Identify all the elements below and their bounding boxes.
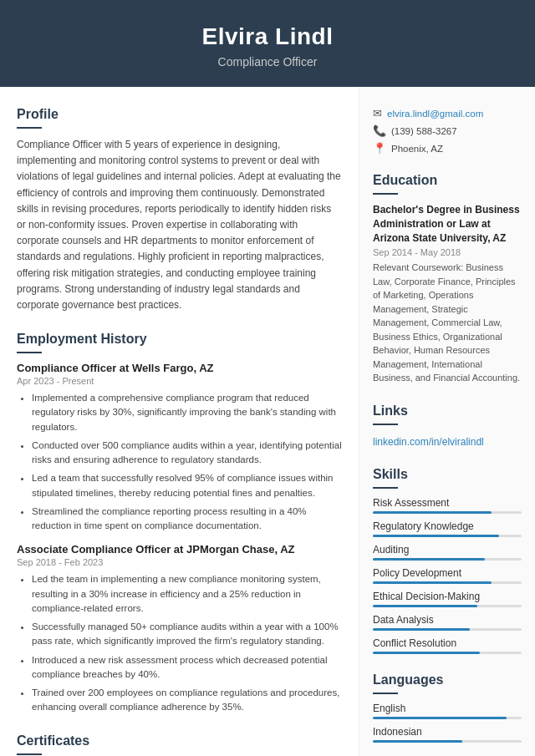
skill-item-4: Ethical Decision-Making — [373, 591, 522, 607]
profile-text: Compliance Officer with 5 years of exper… — [17, 137, 342, 313]
skill-bar-bg-1 — [373, 535, 522, 537]
links-divider — [373, 424, 398, 425]
skill-bar-fill-6 — [373, 652, 480, 654]
job-2-bullet-1: Led the team in implementing a new compl… — [32, 572, 342, 616]
edu-coursework: Relevant Coursework: Business Law, Corpo… — [373, 261, 522, 385]
lang-bar-bg-1 — [373, 740, 522, 743]
skill-bar-fill-0 — [373, 511, 492, 514]
job-1-bullet-2: Conducted over 500 compliance audits wit… — [32, 439, 342, 468]
resume-body: Profile Compliance Officer with 5 years … — [0, 87, 535, 756]
resume-container: Elvira Lindl Compliance Officer Profile … — [0, 0, 535, 756]
resume-header: Elvira Lindl Compliance Officer — [0, 0, 535, 87]
lang-bar-bg-0 — [373, 717, 522, 719]
skill-item-5: Data Analysis — [373, 614, 522, 631]
certificates-divider — [17, 753, 42, 755]
profile-divider — [17, 127, 42, 129]
skill-name-0: Risk Assessment — [373, 497, 522, 509]
skill-bar-fill-1 — [373, 535, 499, 537]
contact-location: 📍 Phoenix, AZ — [373, 142, 522, 155]
employment-title: Employment History — [17, 332, 342, 347]
skill-item-1: Regulatory Knowledge — [373, 520, 522, 537]
languages-section: Languages English Indonesian — [373, 672, 522, 743]
job-2-bullet-3: Introduced a new risk assessment process… — [32, 653, 342, 682]
profile-section: Profile Compliance Officer with 5 years … — [17, 107, 342, 313]
languages-list: English Indonesian — [373, 703, 522, 743]
email-icon: ✉ — [373, 107, 382, 119]
skill-bar-bg-2 — [373, 558, 522, 561]
job-2: Associate Compliance Officer at JPMorgan… — [17, 543, 342, 714]
right-column: ✉ elvira.lindl@gmail.com 📞 (139) 588-326… — [359, 87, 535, 756]
job-2-bullets: Led the team in implementing a new compl… — [17, 572, 342, 714]
profile-title: Profile — [17, 107, 342, 122]
job-1-dates: Apr 2023 - Present — [17, 376, 342, 386]
phone-icon: 📞 — [373, 124, 386, 137]
job-1-bullet-1: Implemented a comprehensive compliance p… — [32, 391, 342, 434]
contact-phone: 📞 (139) 588-3267 — [373, 124, 522, 137]
skill-name-3: Policy Development — [373, 567, 522, 579]
job-1-bullet-4: Streamlined the compliance reporting pro… — [32, 505, 342, 534]
edu-degree: Bachelor's Degree in Business Administra… — [373, 203, 522, 245]
skill-name-5: Data Analysis — [373, 614, 522, 626]
lang-name-0: English — [373, 703, 522, 714]
skill-item-3: Policy Development — [373, 567, 522, 584]
lang-name-1: Indonesian — [373, 726, 522, 738]
skills-title: Skills — [373, 467, 522, 482]
skill-bar-bg-6 — [373, 652, 522, 654]
skill-bar-bg-4 — [373, 605, 522, 607]
lang-item-1: Indonesian — [373, 726, 522, 743]
job-1-bullets: Implemented a comprehensive compliance p… — [17, 391, 342, 533]
skill-item-6: Conflict Resolution — [373, 637, 522, 654]
skills-section: Skills Risk Assessment Regulatory Knowle… — [373, 467, 522, 654]
certificates-title: Certificates — [17, 733, 342, 748]
candidate-title: Compliance Officer — [17, 55, 518, 68]
edu-dates: Sep 2014 - May 2018 — [373, 247, 522, 257]
skill-name-1: Regulatory Knowledge — [373, 520, 522, 532]
skill-bar-fill-4 — [373, 605, 477, 607]
skill-name-6: Conflict Resolution — [373, 637, 522, 649]
links-title: Links — [373, 403, 522, 419]
education-section: Education Bachelor's Degree in Business … — [373, 173, 522, 385]
job-1-title: Compliance Officer at Wells Fargo, AZ — [17, 362, 342, 374]
job-1-bullet-3: Led a team that successfully resolved 95… — [32, 471, 342, 500]
skill-item-2: Auditing — [373, 544, 522, 561]
location-text: Phoenix, AZ — [391, 144, 443, 154]
skill-item-0: Risk Assessment — [373, 497, 522, 514]
languages-divider — [373, 693, 398, 694]
contact-section: ✉ elvira.lindl@gmail.com 📞 (139) 588-326… — [373, 107, 522, 155]
skill-bar-fill-2 — [373, 558, 485, 561]
skill-bar-fill-3 — [373, 581, 492, 584]
employment-section: Employment History Compliance Officer at… — [17, 332, 342, 715]
skill-bar-bg-0 — [373, 511, 522, 514]
lang-item-0: English — [373, 703, 522, 719]
job-2-bullet-4: Trained over 200 employees on compliance… — [32, 686, 342, 715]
lang-bar-fill-0 — [373, 717, 507, 719]
skill-name-4: Ethical Decision-Making — [373, 591, 522, 602]
lang-bar-fill-1 — [373, 740, 462, 743]
skill-name-2: Auditing — [373, 544, 522, 556]
phone-text: (139) 588-3267 — [391, 126, 457, 136]
skills-list: Risk Assessment Regulatory Knowledge Aud… — [373, 497, 522, 654]
left-column: Profile Compliance Officer with 5 years … — [0, 87, 359, 756]
location-icon: 📍 — [373, 142, 386, 155]
skill-bar-fill-5 — [373, 628, 470, 631]
skill-bar-bg-3 — [373, 581, 522, 584]
education-divider — [373, 193, 398, 195]
email-link[interactable]: elvira.lindl@gmail.com — [387, 109, 483, 119]
employment-divider — [17, 352, 42, 353]
job-2-dates: Sep 2018 - Feb 2023 — [17, 557, 342, 567]
contact-email: ✉ elvira.lindl@gmail.com — [373, 107, 522, 119]
languages-title: Languages — [373, 672, 522, 688]
skill-bar-bg-5 — [373, 628, 522, 631]
links-section: Links linkedin.com/in/elviralindl — [373, 403, 522, 449]
job-1: Compliance Officer at Wells Fargo, AZ Ap… — [17, 362, 342, 533]
education-title: Education — [373, 173, 522, 188]
job-2-title: Associate Compliance Officer at JPMorgan… — [17, 543, 342, 556]
certificates-section: Certificates Certified Compliance & Ethi… — [17, 733, 342, 756]
linkedin-link[interactable]: linkedin.com/in/elviralindl — [373, 436, 484, 448]
skills-divider — [373, 487, 398, 489]
candidate-name: Elvira Lindl — [17, 23, 518, 50]
job-2-bullet-2: Successfully managed 50+ compliance audi… — [32, 620, 342, 649]
